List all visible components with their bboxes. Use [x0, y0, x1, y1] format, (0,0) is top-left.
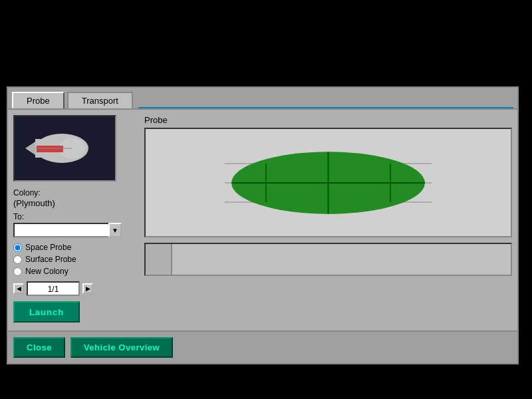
tab-accent-line: [138, 107, 513, 108]
radio-space-probe-input[interactable]: [13, 243, 22, 252]
radio-new-colony[interactable]: New Colony: [13, 267, 136, 276]
counter-left-arrow[interactable]: ◀: [13, 283, 24, 294]
probe-diagram-svg: [146, 129, 511, 236]
tab-transport[interactable]: Transport: [67, 92, 133, 108]
colony-name: (Plymouth): [13, 198, 136, 208]
counter-value: 1/1: [27, 281, 80, 296]
radio-new-colony-input[interactable]: [13, 267, 22, 276]
radio-space-probe[interactable]: Space Probe: [13, 243, 136, 252]
counter-right-arrow[interactable]: ▶: [82, 283, 93, 294]
colony-label: Colony:: [13, 188, 136, 198]
probe-type-radio-group: Space Probe Surface Probe New Colony: [13, 243, 136, 276]
dialog-container: Probe Transport: [7, 86, 525, 364]
probe-image-svg: [22, 120, 108, 177]
radio-surface-probe[interactable]: Surface Probe: [13, 255, 136, 264]
probe-diagram-display: [144, 128, 512, 237]
colony-section: Colony: (Plymouth) To: ▼ Space Probe: [13, 186, 136, 325]
svg-rect-4: [37, 146, 63, 152]
dropdown-arrow-icon[interactable]: ▼: [108, 223, 122, 237]
tab-bar: Probe Transport: [8, 88, 517, 110]
info-text-box: [172, 244, 511, 275]
radio-new-colony-label: New Colony: [25, 267, 68, 276]
destination-select[interactable]: [13, 223, 110, 237]
probe-display-title: Probe: [144, 115, 512, 125]
radio-surface-probe-input[interactable]: [13, 255, 22, 264]
launch-button[interactable]: Launch: [13, 301, 80, 323]
info-icon-box: [146, 244, 172, 275]
content-area: Colony: (Plymouth) To: ▼ Space Probe: [8, 110, 517, 331]
to-label: To:: [13, 212, 136, 221]
bottom-button-bar: Close Vehicle Overview: [8, 331, 517, 363]
vehicle-overview-button[interactable]: Vehicle Overview: [70, 337, 173, 358]
vehicle-image: [13, 115, 116, 182]
tab-probe[interactable]: Probe: [12, 92, 65, 108]
close-button[interactable]: Close: [13, 337, 65, 358]
counter-row: ◀ 1/1 ▶: [13, 281, 136, 296]
left-panel: Colony: (Plymouth) To: ▼ Space Probe: [13, 115, 136, 325]
destination-dropdown-wrapper[interactable]: ▼: [13, 223, 136, 237]
probe-info-box: [144, 243, 512, 276]
main-dialog: Probe Transport: [7, 86, 519, 364]
radio-surface-probe-label: Surface Probe: [25, 255, 76, 264]
radio-space-probe-label: Space Probe: [25, 243, 71, 252]
right-panel: Probe: [144, 115, 512, 325]
